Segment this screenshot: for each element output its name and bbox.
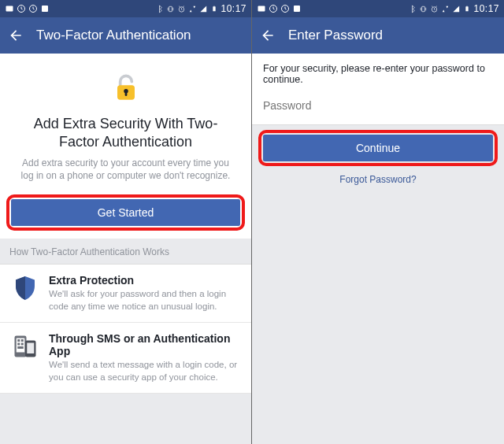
- content-right: For your security, please re-enter your …: [252, 54, 504, 444]
- svg-rect-3: [42, 6, 48, 12]
- appbar-title: Enter Password: [288, 28, 383, 43]
- clock-status-icon-2: [280, 4, 290, 13]
- alarm-icon: [176, 4, 186, 13]
- item-body: Through SMS or an Authentication App We'…: [49, 332, 240, 383]
- alarm-icon: [429, 4, 439, 13]
- battery-icon: [462, 4, 472, 13]
- item-desc: We'll ask for your password and then a l…: [49, 288, 240, 313]
- signal-icon: [198, 4, 208, 13]
- data-icon: [187, 4, 197, 13]
- list-item: Extra Protection We'll ask for your pass…: [0, 265, 251, 323]
- password-card: For your security, please re-enter your …: [252, 54, 504, 125]
- svg-rect-27: [467, 6, 468, 7]
- vibrate-icon: [418, 4, 428, 13]
- item-body: Extra Protection We'll ask for your pass…: [49, 274, 240, 313]
- item-desc: We'll send a text message with a login c…: [49, 359, 240, 383]
- cta-wrap: Continue: [252, 125, 504, 169]
- svg-rect-0: [6, 6, 13, 12]
- status-left: [257, 4, 302, 13]
- continue-button[interactable]: Continue: [263, 135, 493, 161]
- hero-section: Add Extra Security With Two-Factor Authe…: [0, 54, 251, 193]
- section-label: How Two-Factor Authentication Works: [0, 239, 251, 265]
- bluetooth-icon: [407, 4, 417, 13]
- svg-rect-23: [294, 6, 300, 12]
- status-left: [5, 4, 50, 13]
- maps-icon: [292, 4, 302, 13]
- back-arrow-icon[interactable]: [260, 28, 276, 43]
- svg-rect-14: [21, 339, 24, 342]
- screen-enter-password: 10:17 Enter Password For your security, …: [252, 0, 504, 444]
- signal-icon: [451, 4, 461, 13]
- status-time: 10:17: [220, 3, 246, 14]
- clock-status-icon: [269, 4, 278, 13]
- image-icon: [257, 4, 266, 13]
- item-title: Extra Protection: [49, 274, 240, 287]
- status-bar: 10:17: [0, 0, 251, 17]
- status-time: 10:17: [473, 3, 499, 14]
- svg-rect-10: [124, 92, 127, 96]
- hero-title: Add Extra Security With Two-Factor Authe…: [14, 115, 237, 150]
- highlight-annotation: Get Started: [6, 194, 245, 231]
- svg-rect-4: [169, 6, 172, 11]
- highlight-annotation: Continue: [258, 130, 498, 166]
- shield-icon: [11, 274, 39, 302]
- svg-rect-7: [214, 6, 215, 7]
- svg-rect-24: [422, 6, 425, 11]
- list-item: Through SMS or an Authentication App We'…: [0, 323, 251, 394]
- hero-subtitle: Add extra security to your account every…: [14, 157, 237, 182]
- svg-rect-13: [17, 339, 20, 342]
- item-title: Through SMS or an Authentication App: [49, 332, 240, 357]
- data-icon: [440, 4, 450, 13]
- back-arrow-icon[interactable]: [8, 28, 24, 43]
- status-right: 10:17: [407, 3, 499, 14]
- lock-icon: [109, 71, 143, 105]
- bluetooth-icon: [154, 4, 164, 13]
- appbar-title: Two-Factor Authentication: [36, 28, 191, 43]
- clock-status-icon-2: [28, 4, 38, 13]
- app-bar: Two-Factor Authentication: [0, 17, 251, 54]
- security-message: For your security, please re-enter your …: [263, 63, 493, 85]
- phone-qr-icon: [11, 332, 39, 361]
- get-started-button[interactable]: Get Started: [11, 199, 240, 226]
- content-left: Add Extra Security With Two-Factor Authe…: [0, 54, 251, 444]
- status-right: 10:17: [154, 3, 246, 14]
- vibrate-icon: [165, 4, 175, 13]
- image-icon: [5, 4, 14, 13]
- svg-rect-17: [17, 346, 24, 349]
- svg-rect-16: [21, 343, 24, 346]
- svg-rect-15: [17, 343, 20, 346]
- battery-icon: [209, 4, 219, 13]
- svg-rect-19: [27, 343, 34, 354]
- svg-rect-26: [466, 6, 469, 11]
- status-bar: 10:17: [252, 0, 504, 17]
- app-bar: Enter Password: [252, 17, 504, 54]
- forgot-password-link[interactable]: Forgot Password?: [252, 169, 504, 190]
- maps-icon: [40, 4, 50, 13]
- clock-status-icon: [17, 4, 26, 13]
- svg-rect-20: [258, 6, 265, 12]
- cta-wrap: Get Started: [0, 193, 251, 239]
- screen-two-factor: 10:17 Two-Factor Authentication Add Extr…: [0, 0, 252, 444]
- password-input[interactable]: [263, 96, 493, 117]
- svg-rect-6: [213, 6, 216, 11]
